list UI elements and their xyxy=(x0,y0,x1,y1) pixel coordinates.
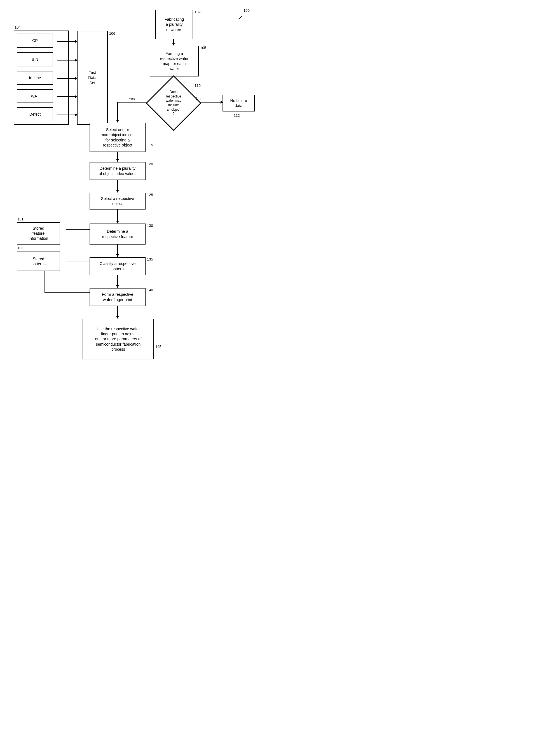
cp-label: CP xyxy=(32,38,38,43)
defect-box: Defect xyxy=(17,107,53,121)
arrow-100: ↙ xyxy=(238,14,243,21)
svg-marker-6 xyxy=(116,120,119,123)
fabricating-label: Fabricating a plurality of wafers xyxy=(165,17,184,32)
select-indices-box: Select one or more object indices for se… xyxy=(89,123,146,152)
defect-label: Defect xyxy=(29,112,41,117)
use-fingerprint-box: Use the respective wafer finger print to… xyxy=(83,319,154,359)
determine-feature-box: Determine a respective feature xyxy=(89,224,146,244)
ref-140: 140 xyxy=(147,288,153,292)
svg-marker-20 xyxy=(116,316,119,319)
classify-pattern-box: Classify a respective pattern xyxy=(89,257,146,275)
stored-patterns-label: Stored patterns xyxy=(31,256,46,267)
wat-box: WAT xyxy=(17,89,53,103)
bin-box: BIN xyxy=(17,53,53,66)
ref-131: 131 xyxy=(17,217,23,221)
ref-104: 104 xyxy=(15,25,21,29)
stored-patterns-box: Stored patterns xyxy=(17,252,60,271)
select-object-box: Select a respective object xyxy=(89,193,146,209)
determine-plurality-box: Determine a plurality of object index va… xyxy=(89,162,146,180)
ref-106: 106 xyxy=(109,31,115,36)
determine-feature-label: Determine a respective feature xyxy=(102,229,133,239)
form-fingerprint-box: Form a respective wafer finger print xyxy=(89,288,146,306)
ref-110: 110 xyxy=(194,84,201,88)
ref-112: 112 xyxy=(234,113,240,118)
ref-130: 130 xyxy=(147,224,153,228)
form-fingerprint-label: Form a respective wafer finger print xyxy=(102,292,133,302)
select-object-label: Select a respective object xyxy=(101,196,134,206)
svg-marker-18 xyxy=(116,285,119,288)
no-failure-label: No failure data xyxy=(230,98,247,108)
diamond-box: Does respective wafer map include an obj… xyxy=(154,84,193,123)
svg-marker-10 xyxy=(116,159,119,162)
inline-label: In-Line xyxy=(29,75,41,80)
determine-plurality-label: Determine a plurality of object index va… xyxy=(99,166,137,176)
no-label: No xyxy=(196,97,201,101)
diamond-label: Does respective wafer map include an obj… xyxy=(159,90,187,116)
cp-box: CP xyxy=(17,34,53,48)
classify-pattern-label: Classify a respective pattern xyxy=(100,261,135,271)
yes-label: Yes xyxy=(129,97,135,101)
forming-wafer-map-box: Forming a respective wafer map for each … xyxy=(150,46,199,77)
ref-125: 125 xyxy=(147,193,153,197)
fabricating-box: Fabricating a plurality of wafers xyxy=(155,10,193,39)
inline-box: In-Line xyxy=(17,71,53,85)
forming-wafer-map-label: Forming a respective wafer map for each … xyxy=(160,51,189,71)
ref-115: 115 xyxy=(147,143,153,147)
ref-135: 135 xyxy=(147,257,153,261)
ref-145: 145 xyxy=(155,344,161,349)
use-fingerprint-label: Use the respective wafer finger print to… xyxy=(95,326,142,352)
test-data-set-label: Test Data Set xyxy=(88,70,97,86)
stored-feature-label: Stored feature information xyxy=(29,226,48,241)
ref-100: 100 xyxy=(244,8,250,13)
select-indices-label: Select one or more object indices for se… xyxy=(101,127,135,148)
bin-label: BIN xyxy=(32,57,38,62)
svg-marker-14 xyxy=(116,221,119,224)
svg-marker-1 xyxy=(172,43,175,46)
no-failure-box: No failure data xyxy=(222,95,255,112)
stored-feature-box: Stored feature information xyxy=(17,222,60,244)
svg-marker-16 xyxy=(116,254,119,257)
test-data-set-box: Test Data Set xyxy=(77,31,108,125)
wat-label: WAT xyxy=(31,93,39,99)
ref-102: 102 xyxy=(194,10,201,14)
ref-105: 105 xyxy=(200,46,206,50)
ref-136: 136 xyxy=(17,246,23,250)
ref-120: 120 xyxy=(147,162,153,166)
flowchart-diagram: 100 ↙ 104 CP BIN In-Line WAT Defect Test… xyxy=(0,0,269,378)
svg-marker-12 xyxy=(116,190,119,193)
